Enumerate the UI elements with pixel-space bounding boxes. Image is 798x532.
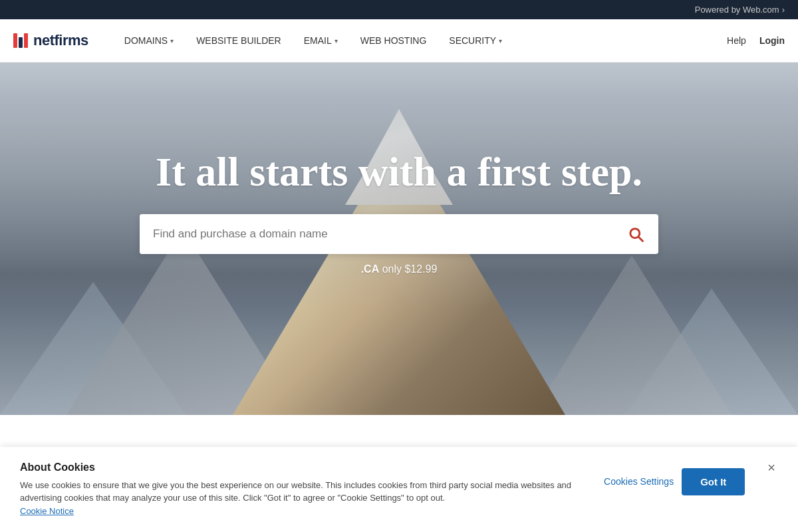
search-icon (626, 225, 645, 243)
domain-promo-text: only $12.99 (379, 263, 437, 275)
nav-links: DOMAINS ▾ WEBSITE BUILDER EMAIL ▾ WEB HO… (115, 30, 727, 51)
domain-search-button[interactable] (613, 214, 658, 254)
cookie-title: About Cookies (20, 462, 584, 473)
nav-web-hosting[interactable]: WEB HOSTING (351, 30, 436, 51)
logo-icon (13, 33, 28, 48)
cookie-body: We use cookies to ensure that we give yo… (20, 479, 584, 518)
nav-right: Help Login (727, 35, 785, 46)
cookie-actions: Cookies Settings Got It (604, 468, 745, 495)
cookie-close-button[interactable]: × (765, 460, 778, 475)
navbar: netfirms DOMAINS ▾ WEBSITE BUILDER EMAIL… (0, 19, 798, 63)
nav-domains[interactable]: DOMAINS ▾ (115, 30, 183, 51)
email-chevron-icon: ▾ (334, 37, 338, 45)
hero-title: It all starts with a first step. (156, 149, 642, 194)
domain-search-bar (140, 214, 658, 254)
domain-extension: .CA (361, 263, 380, 275)
logo-text: netfirms (33, 32, 88, 49)
domain-search-input[interactable] (140, 214, 613, 254)
logo-link[interactable]: netfirms (13, 32, 88, 49)
hero-content: It all starts with a first step. .CA onl… (140, 149, 658, 275)
login-link[interactable]: Login (759, 35, 785, 46)
hero-section: It all starts with a first step. .CA onl… (0, 63, 798, 415)
domain-promo: .CA only $12.99 (361, 263, 438, 275)
cookie-banner: About Cookies We use cookies to ensure t… (0, 447, 798, 533)
nav-email[interactable]: EMAIL ▾ (295, 30, 347, 51)
nav-security[interactable]: SECURITY ▾ (440, 30, 511, 51)
logo-bar-dark (19, 37, 23, 48)
logo-bar-red-2 (24, 33, 28, 48)
domains-chevron-icon: ▾ (170, 37, 174, 45)
cookie-settings-button[interactable]: Cookies Settings (604, 476, 674, 487)
top-bar: Powered by Web.com › (0, 0, 798, 19)
nav-website-builder[interactable]: WEBSITE BUILDER (187, 30, 291, 51)
powered-by-text: Powered by Web.com (695, 5, 779, 15)
cookie-got-it-button[interactable]: Got It (682, 468, 745, 495)
logo-bar-red-1 (13, 33, 17, 48)
cookie-text-block: About Cookies We use cookies to ensure t… (20, 462, 584, 518)
top-bar-arrow: › (782, 5, 785, 15)
security-chevron-icon: ▾ (499, 37, 502, 45)
help-link[interactable]: Help (727, 35, 746, 46)
cookie-notice-link[interactable]: Cookie Notice (20, 506, 74, 516)
